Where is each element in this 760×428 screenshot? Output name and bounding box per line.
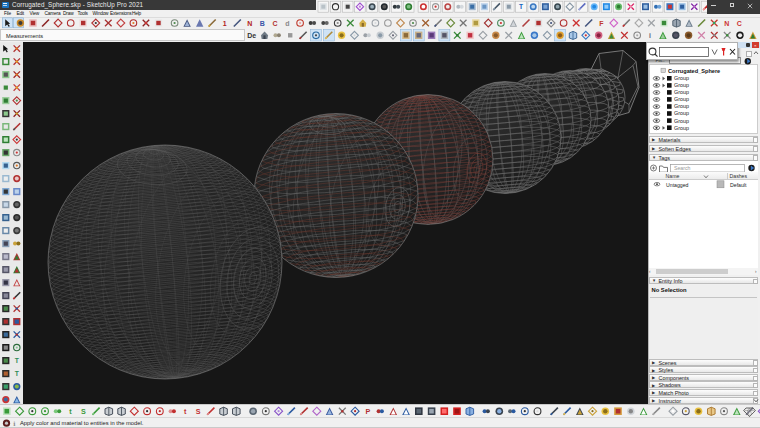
svg-text:S: S [196,407,201,416]
svg-text:T: T [15,357,20,364]
svg-text:T: T [519,3,523,10]
svg-text:C: C [737,20,742,27]
svg-text:N: N [724,20,729,27]
svg-text:Group: Group [674,103,689,109]
svg-text:Default: Default [730,182,747,188]
svg-text:ℹ: ℹ [13,421,16,427]
svg-text:C: C [272,20,277,27]
svg-text:d: d [285,20,289,27]
svg-text:Group: Group [674,110,689,116]
svg-text:F: F [599,20,604,27]
svg-text:Group: Group [674,82,689,88]
svg-text:Group: Group [674,75,689,81]
svg-text:Group: Group [674,96,689,102]
svg-text:T: T [15,370,20,377]
svg-text:Corrugated_Sphere: Corrugated_Sphere [668,68,720,74]
svg-text:Group: Group [674,89,689,95]
svg-text:1: 1 [223,20,227,27]
svg-text:Group: Group [674,125,689,131]
svg-text:t: t [69,407,72,416]
svg-text:Untagged: Untagged [666,182,689,188]
svg-text:B: B [260,20,265,27]
svg-text:S: S [81,407,86,416]
svg-text:N: N [247,20,252,27]
svg-text:t: t [184,407,187,416]
svg-text:P: P [365,407,370,416]
svg-text:i: i [649,32,651,39]
svg-text:De: De [247,32,256,39]
svg-text:Search: Search [674,165,691,171]
svg-text:Group: Group [674,118,689,124]
